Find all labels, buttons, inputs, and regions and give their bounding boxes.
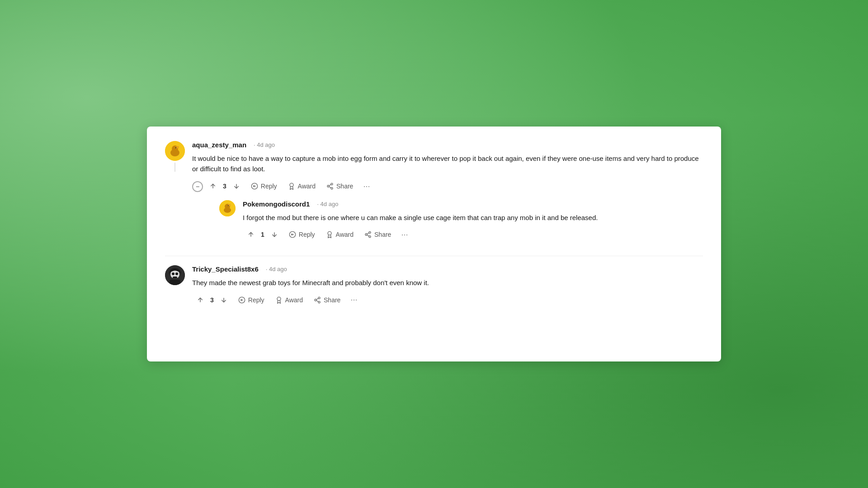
downvote-icon-2 [220, 296, 227, 304]
username-tricky: Tricky_Specialist8x6 [192, 265, 259, 273]
svg-rect-29 [170, 280, 180, 285]
comment-1-avatar-wrapper [165, 141, 185, 172]
svg-point-16 [228, 205, 229, 206]
share-icon-1 [326, 183, 334, 190]
reply-button-reply-1[interactable]: Reply [284, 228, 320, 241]
timestamp-reply-1: · 4d ago [317, 201, 338, 207]
comment-1-left [165, 141, 185, 243]
svg-point-9 [331, 188, 333, 189]
comment-2-text: They made the newest grab toys for Minec… [192, 277, 703, 288]
comment-2-actions: 3 Reply [192, 293, 703, 306]
comment-2-avatar-wrapper [165, 265, 185, 285]
svg-point-31 [277, 297, 281, 300]
svg-point-33 [315, 299, 316, 301]
svg-point-18 [328, 232, 331, 235]
reply-icon-1 [251, 183, 258, 190]
comment-1-content: aqua_zesty_man · 4d ago It would be nice… [192, 141, 703, 243]
downvote-button-reply-1[interactable] [266, 228, 283, 241]
upvote-icon-2 [197, 296, 204, 304]
share-icon-reply [364, 231, 372, 238]
timestamp-2: · 4d ago [266, 266, 287, 272]
upvote-button-2[interactable] [192, 294, 208, 306]
avatar-tricky-specialist [165, 265, 185, 285]
comment-1-actions: − 3 [192, 180, 703, 193]
reply-button-2[interactable]: Reply [234, 294, 269, 306]
comment-1-header: aqua_zesty_man · 4d ago [192, 141, 703, 149]
svg-point-32 [318, 297, 320, 299]
avatar-pokemon [219, 200, 236, 216]
reply-section-1: Pokemongodiscord1 · 4d ago I forgot the … [219, 200, 703, 241]
username-pokemon: Pokemongodiscord1 [243, 200, 310, 208]
svg-point-26 [172, 272, 175, 275]
svg-line-35 [316, 300, 319, 302]
comment-2-body: Tricky_Specialist8x6 · 4d ago They made … [165, 265, 703, 306]
svg-rect-28 [173, 277, 177, 278]
comment-2: Tricky_Specialist8x6 · 4d ago They made … [165, 265, 703, 306]
more-button-reply-1[interactable]: ··· [397, 228, 411, 241]
comment-1-body: aqua_zesty_man · 4d ago It would be nice… [165, 141, 703, 243]
share-button-1[interactable]: Share [322, 180, 358, 192]
comment-1-text: It would be nice to have a way to captur… [192, 153, 703, 174]
award-icon-1 [288, 183, 295, 190]
svg-point-27 [175, 272, 178, 275]
award-button-1[interactable]: Award [283, 180, 320, 192]
downvote-button-1[interactable] [228, 180, 245, 192]
svg-line-10 [329, 187, 331, 188]
svg-line-11 [329, 184, 331, 186]
svg-point-34 [318, 301, 320, 303]
avatar-aqua-svg [165, 141, 185, 161]
upvote-icon-reply [247, 231, 255, 238]
collapse-button-1[interactable]: − [192, 181, 203, 192]
svg-point-20 [365, 234, 367, 235]
reply-1-body: Pokemongodiscord1 · 4d ago I forgot the … [219, 200, 703, 241]
svg-point-19 [369, 232, 371, 234]
more-button-2[interactable]: ··· [347, 293, 361, 306]
svg-point-6 [290, 183, 293, 187]
comment-2-content: Tricky_Specialist8x6 · 4d ago They made … [192, 265, 703, 306]
award-icon-reply [326, 231, 333, 238]
downvote-button-2[interactable] [216, 294, 232, 306]
award-button-2[interactable]: Award [271, 294, 307, 306]
share-icon-2 [314, 296, 321, 304]
svg-line-23 [367, 233, 369, 235]
comments-card: aqua_zesty_man · 4d ago It would be nice… [147, 127, 721, 361]
upvote-icon-1 [209, 183, 217, 190]
avatar-tricky-svg [165, 265, 185, 285]
username-aqua-zesty: aqua_zesty_man [192, 141, 246, 149]
comment-1: aqua_zesty_man · 4d ago It would be nice… [165, 141, 703, 243]
reply-1-text: I forgot the mod but there is one where … [243, 212, 703, 223]
reply-1-actions: 1 [243, 228, 703, 241]
vote-count-reply-1: 1 [261, 231, 264, 238]
comment-2-left [165, 265, 185, 306]
svg-line-22 [367, 235, 369, 236]
vote-count-1: 3 [223, 183, 226, 190]
share-button-reply-1[interactable]: Share [360, 228, 396, 241]
svg-point-4 [175, 147, 176, 148]
share-button-2[interactable]: Share [309, 294, 345, 306]
more-button-1[interactable]: ··· [359, 180, 373, 193]
thread-line-1 [175, 163, 175, 172]
upvote-button-reply-1[interactable] [243, 228, 259, 241]
reply-1-left [219, 200, 236, 241]
downvote-icon-1 [233, 183, 240, 190]
downvote-icon-reply [271, 231, 278, 238]
svg-line-36 [316, 298, 319, 300]
svg-point-7 [331, 183, 333, 185]
reply-1-header: Pokemongodiscord1 · 4d ago [243, 200, 703, 208]
avatar-aqua-zesty-man [165, 141, 185, 161]
reply-icon-2 [238, 296, 245, 304]
reply-button-1[interactable]: Reply [246, 180, 282, 192]
reply-icon-reply [289, 231, 296, 238]
svg-point-8 [327, 185, 329, 187]
award-button-reply-1[interactable]: Award [321, 228, 358, 241]
timestamp-1: · 4d ago [254, 141, 275, 148]
upvote-button-1[interactable] [205, 180, 221, 192]
svg-point-21 [369, 236, 371, 238]
comment-2-header: Tricky_Specialist8x6 · 4d ago [192, 265, 703, 273]
avatar-pokemon-svg [219, 200, 236, 216]
vote-count-2: 3 [210, 296, 214, 304]
award-icon-2 [275, 296, 283, 304]
divider-1 [165, 256, 703, 256]
reply-1-content: Pokemongodiscord1 · 4d ago I forgot the … [243, 200, 703, 241]
